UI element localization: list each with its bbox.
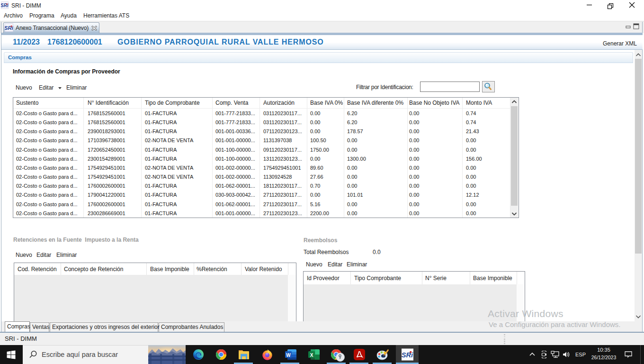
svg-text:W: W	[286, 353, 291, 358]
svg-text:SRi: SRi	[1, 3, 9, 8]
svg-text:SRi: SRi	[5, 25, 13, 31]
svg-text:X: X	[310, 353, 313, 358]
